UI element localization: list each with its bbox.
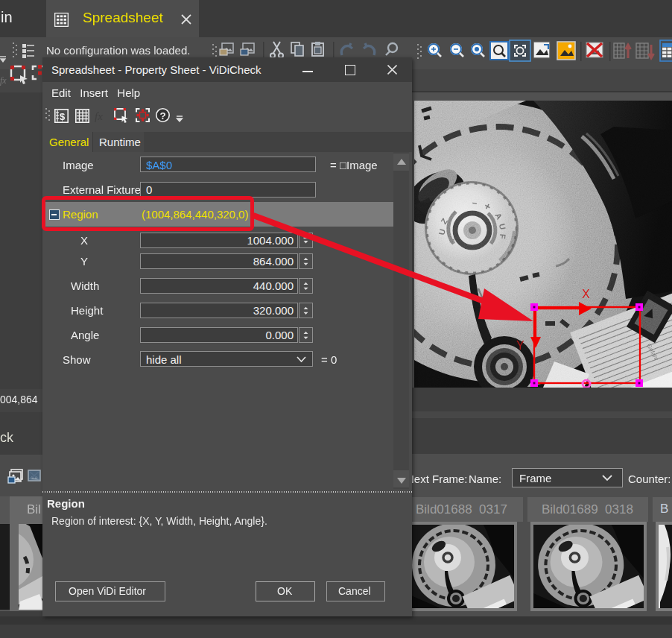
- svg-text:?: ?: [160, 110, 166, 121]
- svg-text:$: $: [60, 111, 66, 122]
- svg-text:fx: fx: [95, 110, 103, 122]
